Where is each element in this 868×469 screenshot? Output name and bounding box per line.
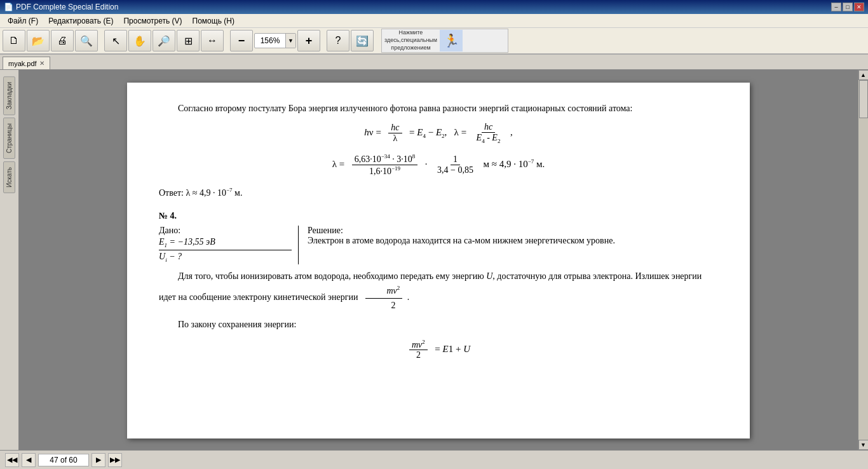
paragraph-2: Для того, чтобы ионизировать атом водоро… bbox=[159, 269, 718, 313]
zoom-box: ▼ bbox=[254, 33, 296, 48]
select-button[interactable]: ↖ bbox=[104, 30, 127, 51]
ad-banner[interactable]: Нажмитездесь,специальнымпредложением 🏃 bbox=[381, 29, 508, 53]
right-scrollbar: ▲ ▼ bbox=[858, 70, 868, 450]
minimize-button[interactable]: – bbox=[831, 3, 841, 11]
toolbar: 🗋 📂 🖨 🔍 ↖ ✋ 🔎 ⊞ ↔ − ▼ + ? 🔄 Нажмитездесь… bbox=[0, 28, 868, 55]
zoom-button[interactable]: 🔎 bbox=[153, 30, 175, 51]
menu-edit[interactable]: Редактировать (E) bbox=[43, 15, 118, 27]
menu-help[interactable]: Помощь (H) bbox=[187, 15, 240, 27]
paragraph-3: По закону сохранения энергии: bbox=[159, 318, 718, 332]
ad-figure: 🏃 bbox=[440, 30, 463, 51]
titlebar-title: 📄 PDF Complete Special Edition bbox=[4, 3, 118, 11]
titlebar: 📄 PDF Complete Special Edition – □ ✕ bbox=[0, 0, 868, 14]
problem-number: № 4. bbox=[159, 209, 718, 223]
answer-line: Ответ: λ ≈ 4,9 · 10−7 м. bbox=[159, 186, 718, 200]
formula-3: mv2 2 = E1 + U bbox=[159, 339, 718, 361]
nav-prev-button[interactable]: ◀ bbox=[22, 453, 36, 467]
given-label: Дано: bbox=[159, 226, 292, 236]
zoom-in-button[interactable]: + bbox=[297, 30, 320, 51]
main-area: Закладки Страницы Искать Согласно втором… bbox=[0, 70, 868, 450]
app-title: PDF Complete Special Edition bbox=[16, 3, 118, 11]
nav-next-button[interactable]: ▶ bbox=[92, 453, 105, 467]
scroll-thumb[interactable] bbox=[859, 80, 868, 118]
tab-close-button[interactable]: ✕ bbox=[39, 60, 44, 67]
page-info: 47 of 60 bbox=[38, 454, 89, 466]
pdf-viewer[interactable]: Согласно второму постулату Бора энергия … bbox=[19, 70, 858, 450]
menu-file[interactable]: Файл (F) bbox=[3, 15, 43, 27]
solution-column: Решение: Электрон в атоме водорода наход… bbox=[299, 226, 718, 264]
maximize-button[interactable]: □ bbox=[843, 3, 853, 11]
pages-panel-button[interactable]: Страницы bbox=[3, 118, 15, 159]
formula-1: hν = hc λ = E4 − E2, λ = hc E4 - E2 , bbox=[159, 122, 718, 144]
solution-label: Решение: bbox=[308, 226, 718, 236]
given-column: Дано: E1 = −13,55 эВ Ui − ? bbox=[159, 226, 299, 264]
left-panel: Закладки Страницы Искать bbox=[0, 70, 19, 450]
menu-view[interactable]: Просмотреть (V) bbox=[118, 15, 187, 27]
print-button[interactable]: 🖨 bbox=[51, 30, 74, 51]
paragraph-1: Согласно второму постулату Бора энергия … bbox=[159, 102, 718, 116]
solution-text-1: Электрон в атоме водорода находится на с… bbox=[308, 236, 718, 246]
pdf-page: Согласно второму постулату Бора энергия … bbox=[127, 83, 750, 438]
new-button[interactable]: 🗋 bbox=[3, 30, 25, 51]
given-item-2: Ui − ? bbox=[159, 250, 292, 264]
statusbar: ◀◀ ◀ 47 of 60 ▶ ▶▶ bbox=[0, 450, 868, 469]
given-solution-table: Дано: E1 = −13,55 эВ Ui − ? Решение: Эле… bbox=[159, 226, 718, 264]
scroll-up-button[interactable]: ▲ bbox=[858, 70, 869, 80]
ad-text: Нажмитездесь,специальнымпредложением bbox=[384, 29, 437, 51]
search-panel-button[interactable]: Искать bbox=[3, 161, 15, 193]
bookmarks-panel-button[interactable]: Закладки bbox=[3, 76, 15, 115]
zoom-dropdown-button[interactable]: ▼ bbox=[285, 33, 295, 48]
zoom-input[interactable] bbox=[255, 36, 285, 45]
share-button[interactable]: 🔄 bbox=[351, 30, 374, 51]
pdf-tab[interactable]: myak.pdf ✕ bbox=[3, 57, 50, 69]
tab-label: myak.pdf bbox=[8, 60, 37, 67]
menubar: Файл (F) Редактировать (E) Просмотреть (… bbox=[0, 14, 868, 28]
scroll-track[interactable] bbox=[858, 80, 869, 440]
titlebar-controls: – □ ✕ bbox=[831, 3, 864, 11]
scroll-down-button[interactable]: ▼ bbox=[858, 440, 869, 450]
open-button[interactable]: 📂 bbox=[27, 30, 50, 51]
zoom-out-button[interactable]: − bbox=[230, 30, 253, 51]
help-button[interactable]: ? bbox=[327, 30, 349, 51]
scan-button[interactable]: 🔍 bbox=[75, 30, 98, 51]
close-button[interactable]: ✕ bbox=[854, 3, 864, 11]
app-icon: 📄 bbox=[4, 3, 13, 11]
nav-last-button[interactable]: ▶▶ bbox=[108, 453, 122, 467]
given-item-1: E1 = −13,55 эВ bbox=[159, 236, 292, 250]
nav-first-button[interactable]: ◀◀ bbox=[5, 453, 19, 467]
tabbar: myak.pdf ✕ bbox=[0, 55, 868, 70]
snap-button[interactable]: ⊞ bbox=[177, 30, 200, 51]
hand-button[interactable]: ✋ bbox=[128, 30, 151, 51]
fit-button[interactable]: ↔ bbox=[201, 30, 224, 51]
formula-2: λ = 6,63·10−34 · 3·108 1,6·10−19 · 1 3,4… bbox=[159, 153, 718, 176]
